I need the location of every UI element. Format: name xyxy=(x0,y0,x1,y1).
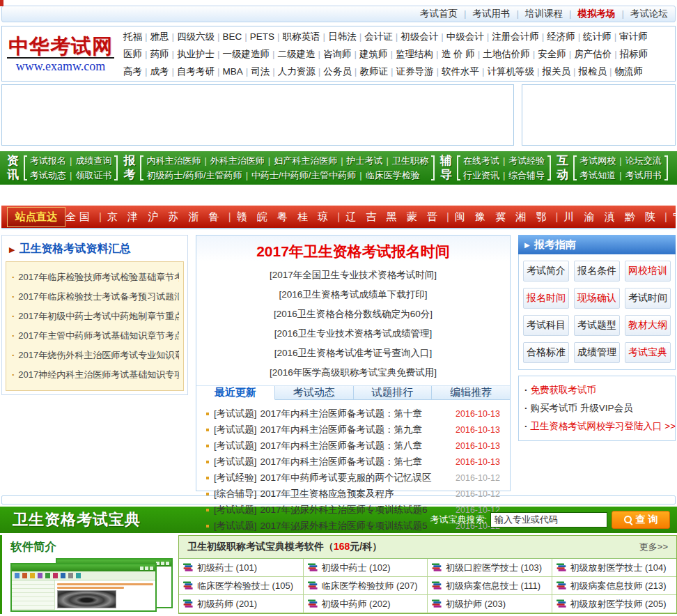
news-category[interactable]: [考试试题] xyxy=(214,456,257,468)
category-link[interactable]: 经济师 xyxy=(547,28,583,45)
software-item[interactable]: 初级病案信息技士 (111) xyxy=(428,577,552,595)
resource-list-item[interactable]: 2017年初级中药士考试中药炮制章节重点汇 xyxy=(10,307,179,326)
province-link[interactable]: 全国 xyxy=(65,210,107,224)
software-item[interactable]: 初级护师 (203) xyxy=(428,595,552,613)
nav-link[interactable]: 考试报名 xyxy=(30,155,75,167)
resource-list-item[interactable]: 2017年烧伤外科主治医师考试专业知识章节 xyxy=(10,346,179,365)
category-link[interactable]: 造 价 师 xyxy=(442,45,483,63)
news-title-link[interactable]: 2017年内科主治医师备考试题：第七章 xyxy=(260,456,451,468)
news-category[interactable]: [考试试题] xyxy=(214,424,257,436)
province-link[interactable]: 赣 皖 粤 桂 琼 xyxy=(237,210,346,224)
category-link[interactable]: 人力资源 xyxy=(278,63,324,80)
software-item[interactable]: 初级放射医学技师 (205) xyxy=(552,595,677,613)
guide-link[interactable]: 卫生资格考试网校学习登陆入口 >> xyxy=(524,417,669,436)
nav-link[interactable]: 内科主治医师 xyxy=(146,155,210,167)
guide-button[interactable]: 考试题型 xyxy=(574,315,620,336)
news-title-link[interactable]: 2017年内科主治医师备考试题：第八章 xyxy=(260,440,451,452)
guide-button[interactable]: 教材大纲 xyxy=(625,315,671,336)
category-link[interactable]: 中级会计 xyxy=(446,28,492,45)
news-category[interactable]: [考试试题] xyxy=(214,440,257,452)
nav-link[interactable]: 综合辅导 xyxy=(508,169,545,182)
quick-link[interactable]: [2016卫生资格考试成绩单下载打印] xyxy=(279,285,427,305)
resource-list-item[interactable]: 2017年临床检验技士考试备考预习试题汇总 xyxy=(10,287,179,307)
software-item[interactable]: 初级口腔医学技士 (103) xyxy=(428,559,552,577)
top-link[interactable]: 考试论坛 xyxy=(630,8,668,20)
guide-button[interactable]: 报名条件 xyxy=(574,261,620,282)
guide-button[interactable]: 考试简介 xyxy=(523,261,569,282)
nav-link[interactable]: 考试知道 xyxy=(579,169,625,182)
quick-link[interactable]: [2016卫生资格合格分数线确定为60分] xyxy=(274,305,433,324)
category-link[interactable]: 土地估价师 xyxy=(483,45,538,63)
news-tab[interactable]: 最近更新 xyxy=(196,386,275,400)
category-link[interactable]: 统计师 xyxy=(583,28,619,45)
category-link[interactable]: 物流师 xyxy=(614,63,643,80)
category-link[interactable]: 教师证 xyxy=(359,63,396,80)
category-link[interactable]: PETS xyxy=(250,28,283,45)
nav-group-title[interactable]: 互动 xyxy=(555,154,570,182)
nav-group-title[interactable]: 资讯 xyxy=(6,154,20,182)
category-link[interactable]: 药师 xyxy=(150,45,178,63)
guide-button[interactable]: 成绩管理 xyxy=(574,342,620,363)
quick-link[interactable]: [2016卫生资格考试准考证号查询入口] xyxy=(274,344,433,363)
guide-button[interactable]: 网校培训 xyxy=(625,261,671,282)
news-title-link[interactable]: 2017年内科主治医师备考试题：第九章 xyxy=(260,424,451,436)
nav-link[interactable]: 领取证书 xyxy=(75,169,111,182)
category-link[interactable]: 托福 xyxy=(123,28,150,45)
category-link[interactable]: 咨询师 xyxy=(323,45,359,63)
software-item[interactable]: 初级药师 (201) xyxy=(179,595,304,613)
nav-link[interactable]: 考试网校 xyxy=(579,155,625,167)
guide-button[interactable]: 合格标准 xyxy=(523,342,569,363)
category-link[interactable]: 职称英语 xyxy=(283,28,329,45)
resource-list-item[interactable]: 2017年临床检验技师考试检验基础章节考点 xyxy=(10,268,179,287)
guide-button[interactable]: 现场确认 xyxy=(574,288,620,309)
news-category[interactable]: [考试试题] xyxy=(214,520,257,532)
category-link[interactable]: 审计师 xyxy=(619,28,648,45)
category-link[interactable]: 医师 xyxy=(123,45,150,63)
top-link[interactable]: 考试首页 xyxy=(420,8,473,20)
category-link[interactable]: 报检员 xyxy=(578,63,614,80)
nav-link[interactable]: 考试用书 xyxy=(625,169,662,182)
news-title-link[interactable]: 2017年中药师考试要克服的两个记忆误区 xyxy=(260,472,451,484)
category-link[interactable]: 公务员 xyxy=(323,63,359,80)
category-link[interactable]: 司法 xyxy=(251,63,278,80)
province-link[interactable]: 辽 吉 黑 蒙 晋 xyxy=(345,210,455,224)
nav-link[interactable]: 论坛交流 xyxy=(625,155,662,167)
news-category[interactable]: [考试试题] xyxy=(214,408,257,420)
guide-button[interactable]: 考试宝典 xyxy=(625,342,671,363)
software-item[interactable]: 初级放射医学技士 (104) xyxy=(552,559,677,577)
nav-link[interactable]: 成绩查询 xyxy=(75,155,111,167)
news-tab[interactable]: 试题排行 xyxy=(354,386,433,399)
nav-link[interactable]: 妇产科主治医师 xyxy=(274,155,346,167)
site-shortcut-label[interactable]: 站点直达 xyxy=(7,207,65,227)
category-link[interactable]: 监理结构 xyxy=(396,45,442,63)
news-title-link[interactable]: 2017年泌尿外科主治医师专项训练试题5 xyxy=(260,520,451,532)
guide-button[interactable]: 考试科目 xyxy=(523,315,569,336)
headline-link[interactable]: 2017年卫生资格考试报名时间 xyxy=(196,236,510,261)
nav-link[interactable]: 临床医学检验 xyxy=(366,169,420,182)
guide-link[interactable]: 免费获取考试币 xyxy=(524,381,669,399)
software-item[interactable]: 初级药士 (101) xyxy=(179,559,304,577)
more-link[interactable]: 更多>> xyxy=(639,541,668,553)
top-link[interactable]: 考试用书 xyxy=(472,8,525,20)
resource-list-item[interactable]: 2017神经内科主治医师考试基础知识专项练 xyxy=(10,365,179,385)
news-title-link[interactable]: 2017年卫生资格应急预案及程序 xyxy=(260,488,451,500)
quick-link[interactable]: [2017年全国卫生专业技术资格考试时间] xyxy=(270,265,437,285)
category-link[interactable]: 高考 xyxy=(123,63,150,80)
left-column-title[interactable]: ▶卫生资格考试资料汇总 xyxy=(2,236,187,261)
category-link[interactable]: 二级建造 xyxy=(278,45,324,63)
news-tab[interactable]: 考试动态 xyxy=(275,386,354,399)
nav-link[interactable]: 考试动态 xyxy=(30,169,75,182)
category-link[interactable]: 执业护士 xyxy=(177,45,223,63)
ad-banner-side[interactable] xyxy=(522,84,676,146)
category-link[interactable]: 自考考研 xyxy=(177,63,223,80)
province-link[interactable]: 闽 豫 冀 湘 鄂 xyxy=(455,210,564,224)
category-link[interactable]: 日韩法 xyxy=(328,28,364,45)
nav-group-title[interactable]: 报考 xyxy=(122,154,137,182)
news-category[interactable]: [考试试题] xyxy=(214,504,257,516)
news-category[interactable]: [考试经验] xyxy=(214,472,257,484)
nav-group-title[interactable]: 辅导 xyxy=(439,154,453,182)
quick-link[interactable]: [2016卫生专业技术资格考试成绩管理] xyxy=(274,324,433,344)
resource-list-item[interactable]: 2017年主管中药师考试基础知识章节考点汇 xyxy=(10,326,179,346)
nav-link[interactable]: 在线考试 xyxy=(463,155,508,167)
category-link[interactable]: 计算机等级 xyxy=(487,63,542,80)
